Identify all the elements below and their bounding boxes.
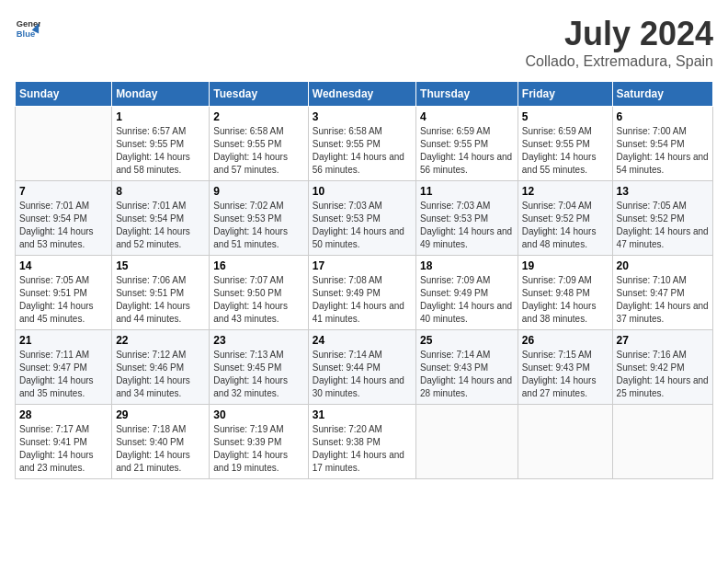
day-number: 31 <box>313 408 412 421</box>
day-number: 21 <box>19 334 108 347</box>
cell-sun-info: Sunrise: 7:15 AMSunset: 9:43 PMDaylight:… <box>522 349 609 400</box>
weekday-header-thursday: Thursday <box>416 82 518 107</box>
day-number: 29 <box>116 408 205 421</box>
calendar-cell: 6Sunrise: 7:00 AMSunset: 9:54 PMDaylight… <box>612 107 712 181</box>
cell-sun-info: Sunrise: 6:59 AMSunset: 9:55 PMDaylight:… <box>420 125 514 177</box>
cell-sun-info: Sunrise: 7:08 AMSunset: 9:49 PMDaylight:… <box>313 274 412 326</box>
cell-sun-info: Sunrise: 7:01 AMSunset: 9:54 PMDaylight:… <box>116 200 205 251</box>
day-number: 30 <box>213 408 303 421</box>
day-number: 7 <box>19 185 108 198</box>
calendar-week-row: 14Sunrise: 7:05 AMSunset: 9:51 PMDayligh… <box>16 256 713 330</box>
day-number: 15 <box>116 259 205 272</box>
general-blue-logo-icon: General Blue <box>15 15 40 40</box>
cell-sun-info: Sunrise: 7:19 AMSunset: 9:39 PMDaylight:… <box>213 423 303 475</box>
weekday-header-friday: Friday <box>518 82 612 107</box>
day-number: 28 <box>19 408 108 421</box>
day-number: 4 <box>420 110 514 123</box>
weekday-header-row: SundayMondayTuesdayWednesdayThursdayFrid… <box>16 82 713 107</box>
calendar-week-row: 7Sunrise: 7:01 AMSunset: 9:54 PMDaylight… <box>16 181 713 256</box>
calendar-cell: 22Sunrise: 7:12 AMSunset: 9:46 PMDayligh… <box>112 330 210 405</box>
calendar-cell: 26Sunrise: 7:15 AMSunset: 9:43 PMDayligh… <box>518 330 612 405</box>
day-number: 12 <box>522 185 609 198</box>
calendar-week-row: 1Sunrise: 6:57 AMSunset: 9:55 PMDaylight… <box>16 107 713 181</box>
calendar-cell <box>16 107 112 181</box>
calendar-cell: 29Sunrise: 7:18 AMSunset: 9:40 PMDayligh… <box>112 405 210 479</box>
cell-sun-info: Sunrise: 7:09 AMSunset: 9:48 PMDaylight:… <box>522 274 609 326</box>
day-number: 19 <box>522 259 609 272</box>
calendar-cell: 13Sunrise: 7:05 AMSunset: 9:52 PMDayligh… <box>612 181 712 256</box>
day-number: 9 <box>213 185 303 198</box>
weekday-header-saturday: Saturday <box>612 82 712 107</box>
calendar-cell: 31Sunrise: 7:20 AMSunset: 9:38 PMDayligh… <box>308 405 415 479</box>
cell-sun-info: Sunrise: 7:20 AMSunset: 9:38 PMDaylight:… <box>313 423 412 475</box>
month-year-title: July 2024 <box>525 15 713 53</box>
calendar-cell: 28Sunrise: 7:17 AMSunset: 9:41 PMDayligh… <box>16 405 112 479</box>
calendar-cell: 27Sunrise: 7:16 AMSunset: 9:42 PMDayligh… <box>612 330 712 405</box>
day-number: 5 <box>522 110 609 123</box>
cell-sun-info: Sunrise: 7:06 AMSunset: 9:51 PMDaylight:… <box>116 274 205 326</box>
cell-sun-info: Sunrise: 7:02 AMSunset: 9:53 PMDaylight:… <box>213 200 303 251</box>
day-number: 22 <box>116 334 205 347</box>
calendar-cell: 19Sunrise: 7:09 AMSunset: 9:48 PMDayligh… <box>518 256 612 330</box>
day-number: 26 <box>522 334 609 347</box>
calendar-cell: 20Sunrise: 7:10 AMSunset: 9:47 PMDayligh… <box>612 256 712 330</box>
calendar-cell: 4Sunrise: 6:59 AMSunset: 9:55 PMDaylight… <box>416 107 518 181</box>
day-number: 13 <box>617 185 709 198</box>
day-number: 25 <box>420 334 514 347</box>
day-number: 1 <box>116 110 205 123</box>
day-number: 17 <box>313 259 412 272</box>
day-number: 8 <box>116 185 205 198</box>
weekday-header-sunday: Sunday <box>16 82 112 107</box>
cell-sun-info: Sunrise: 6:59 AMSunset: 9:55 PMDaylight:… <box>522 125 609 177</box>
cell-sun-info: Sunrise: 7:17 AMSunset: 9:41 PMDaylight:… <box>19 423 108 475</box>
cell-sun-info: Sunrise: 7:05 AMSunset: 9:51 PMDaylight:… <box>19 274 108 326</box>
day-number: 24 <box>313 334 412 347</box>
cell-sun-info: Sunrise: 7:14 AMSunset: 9:44 PMDaylight:… <box>313 349 412 400</box>
cell-sun-info: Sunrise: 7:03 AMSunset: 9:53 PMDaylight:… <box>420 200 514 251</box>
cell-sun-info: Sunrise: 7:00 AMSunset: 9:54 PMDaylight:… <box>617 125 709 177</box>
cell-sun-info: Sunrise: 7:01 AMSunset: 9:54 PMDaylight:… <box>19 200 108 251</box>
calendar-cell: 12Sunrise: 7:04 AMSunset: 9:52 PMDayligh… <box>518 181 612 256</box>
calendar-cell: 3Sunrise: 6:58 AMSunset: 9:55 PMDaylight… <box>308 107 415 181</box>
calendar-cell: 16Sunrise: 7:07 AMSunset: 9:50 PMDayligh… <box>210 256 308 330</box>
weekday-header-wednesday: Wednesday <box>308 82 415 107</box>
header: General Blue July 2024 Collado, Extremad… <box>15 15 713 70</box>
calendar-cell: 10Sunrise: 7:03 AMSunset: 9:53 PMDayligh… <box>308 181 415 256</box>
cell-sun-info: Sunrise: 7:13 AMSunset: 9:45 PMDaylight:… <box>213 349 303 400</box>
cell-sun-info: Sunrise: 7:14 AMSunset: 9:43 PMDaylight:… <box>420 349 514 400</box>
calendar-cell: 14Sunrise: 7:05 AMSunset: 9:51 PMDayligh… <box>16 256 112 330</box>
calendar-table: SundayMondayTuesdayWednesdayThursdayFrid… <box>15 81 713 479</box>
cell-sun-info: Sunrise: 7:03 AMSunset: 9:53 PMDaylight:… <box>313 200 412 251</box>
calendar-cell: 7Sunrise: 7:01 AMSunset: 9:54 PMDaylight… <box>16 181 112 256</box>
cell-sun-info: Sunrise: 7:12 AMSunset: 9:46 PMDaylight:… <box>116 349 205 400</box>
calendar-cell: 1Sunrise: 6:57 AMSunset: 9:55 PMDaylight… <box>112 107 210 181</box>
weekday-header-monday: Monday <box>112 82 210 107</box>
cell-sun-info: Sunrise: 7:18 AMSunset: 9:40 PMDaylight:… <box>116 423 205 475</box>
svg-text:Blue: Blue <box>17 29 35 39</box>
cell-sun-info: Sunrise: 7:04 AMSunset: 9:52 PMDaylight:… <box>522 200 609 251</box>
day-number: 20 <box>617 259 709 272</box>
calendar-cell: 5Sunrise: 6:59 AMSunset: 9:55 PMDaylight… <box>518 107 612 181</box>
calendar-cell: 2Sunrise: 6:58 AMSunset: 9:55 PMDaylight… <box>210 107 308 181</box>
cell-sun-info: Sunrise: 6:57 AMSunset: 9:55 PMDaylight:… <box>116 125 205 177</box>
day-number: 27 <box>617 334 709 347</box>
calendar-cell: 30Sunrise: 7:19 AMSunset: 9:39 PMDayligh… <box>210 405 308 479</box>
day-number: 3 <box>313 110 412 123</box>
calendar-cell: 15Sunrise: 7:06 AMSunset: 9:51 PMDayligh… <box>112 256 210 330</box>
day-number: 6 <box>617 110 709 123</box>
calendar-cell: 18Sunrise: 7:09 AMSunset: 9:49 PMDayligh… <box>416 256 518 330</box>
day-number: 16 <box>213 259 303 272</box>
calendar-cell: 9Sunrise: 7:02 AMSunset: 9:53 PMDaylight… <box>210 181 308 256</box>
calendar-cell: 24Sunrise: 7:14 AMSunset: 9:44 PMDayligh… <box>308 330 415 405</box>
calendar-cell: 8Sunrise: 7:01 AMSunset: 9:54 PMDaylight… <box>112 181 210 256</box>
calendar-cell <box>518 405 612 479</box>
calendar-cell <box>416 405 518 479</box>
calendar-week-row: 28Sunrise: 7:17 AMSunset: 9:41 PMDayligh… <box>16 405 713 479</box>
day-number: 18 <box>420 259 514 272</box>
cell-sun-info: Sunrise: 7:16 AMSunset: 9:42 PMDaylight:… <box>617 349 709 400</box>
cell-sun-info: Sunrise: 7:05 AMSunset: 9:52 PMDaylight:… <box>617 200 709 251</box>
day-number: 23 <box>213 334 303 347</box>
calendar-cell: 17Sunrise: 7:08 AMSunset: 9:49 PMDayligh… <box>308 256 415 330</box>
calendar-cell: 21Sunrise: 7:11 AMSunset: 9:47 PMDayligh… <box>16 330 112 405</box>
calendar-cell: 25Sunrise: 7:14 AMSunset: 9:43 PMDayligh… <box>416 330 518 405</box>
